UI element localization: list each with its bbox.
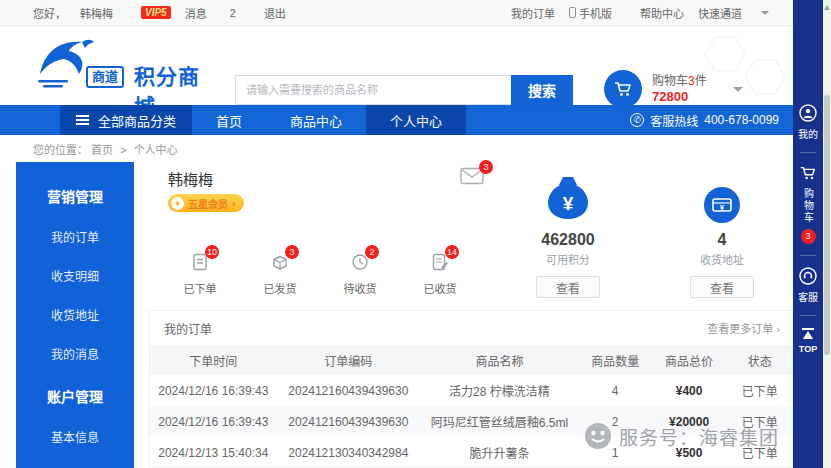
mobile-link[interactable]: 手机版 — [569, 5, 626, 21]
logo-brand-box: 商道 — [86, 66, 124, 88]
cart-circle — [604, 70, 642, 108]
rail-divider — [800, 315, 816, 316]
scrollbar-up-arrow[interactable] — [824, 5, 830, 10]
hamburger-icon — [76, 113, 89, 127]
breadcrumb: 您的位置： 首页 > 个人中心 — [33, 141, 178, 157]
sidebar-group-account: 账户管理 — [16, 386, 134, 406]
headset-icon — [799, 267, 817, 285]
address-count: 4 — [662, 231, 782, 249]
points-label: 可用积分 — [508, 251, 628, 267]
page-scrollbar[interactable] — [823, 0, 831, 468]
wallet-icon: ¥ — [703, 186, 741, 224]
rail-divider — [800, 255, 816, 256]
points-block: ¥ 462800 可用积分 查看 — [508, 172, 628, 298]
search-input[interactable] — [235, 75, 511, 105]
cart-count: 3 — [688, 74, 695, 88]
breadcrumb-current: 个人中心 — [134, 144, 178, 156]
my-orders-card: 我的订单 查看更多订单 › 下单时间 订单编码 商品名称 商品数量 商品总价 状… — [148, 310, 793, 468]
help-center-link[interactable]: 帮助中心 — [640, 5, 684, 21]
ordered-count-badge: 10 — [205, 245, 219, 259]
messages-envelope[interactable]: 3 — [460, 167, 484, 189]
orders-table-header: 下单时间 订单编码 商品名称 商品数量 商品总价 状态 — [149, 345, 792, 375]
sidebar-item-addresses[interactable]: 收货地址 — [16, 306, 134, 323]
cart-points: 72800 — [652, 89, 707, 105]
nav-item-home[interactable]: 首页 — [192, 105, 266, 135]
messages-link[interactable]: 消息 2 — [185, 5, 250, 21]
phone-icon — [569, 7, 576, 18]
nav-item-personal-center[interactable]: 个人中心 — [366, 105, 466, 135]
all-categories-menu[interactable]: 全部商品分类 — [60, 105, 192, 135]
received-count-badge: 14 — [445, 245, 459, 259]
cart-widget[interactable]: 购物车3件 72800 — [604, 70, 743, 108]
rail-item-cart[interactable]: 购物车 3 — [799, 164, 817, 244]
sidebar-group-marketing: 营销管理 — [16, 186, 134, 206]
view-more-orders-link[interactable]: 查看更多订单 › — [707, 320, 780, 336]
sidebar-item-transactions[interactable]: 收支明细 — [16, 267, 134, 284]
sidebar-item-messages[interactable]: 我的消息 — [16, 345, 134, 362]
status-received[interactable]: 14 已收货 — [400, 252, 480, 296]
address-block: ¥ 4 收货地址 查看 — [662, 172, 782, 298]
rail-cart-badge: 3 — [801, 229, 816, 244]
hotline-number: 400-678-0099 — [704, 113, 779, 127]
my-orders-link[interactable]: 我的订单 — [511, 5, 555, 21]
sidebar-item-my-orders[interactable]: 我的订单 — [16, 228, 134, 245]
profile-username: 韩梅梅 — [168, 168, 213, 189]
logout-link[interactable]: 退出 — [264, 5, 286, 21]
sidebar: 营销管理 我的订单 收支明细 收货地址 我的消息 账户管理 基本信息 密码修改 … — [16, 162, 134, 468]
nav-item-products[interactable]: 商品中心 — [266, 105, 366, 135]
points-value: 462800 — [508, 231, 628, 249]
orders-section-title: 我的订单 — [164, 320, 212, 337]
view-address-button[interactable]: 查看 — [690, 276, 754, 298]
table-row[interactable]: 2024/12/16 16:39:43202412160439439630 活力… — [149, 375, 792, 406]
shipped-count-badge: 3 — [285, 245, 299, 259]
top-utility-bar: 您好，韩梅梅 VIP5 消息 2 退出 我的订单 手机版 帮助中心 快速通道 — [0, 0, 831, 26]
breadcrumb-home-link[interactable]: 首页 — [91, 144, 113, 156]
status-pending-receipt[interactable]: 2 待收货 — [320, 252, 400, 296]
search-button[interactable]: 搜索 — [511, 75, 573, 105]
status-shipped[interactable]: 3 已发货 — [240, 252, 320, 296]
username-link[interactable]: 韩梅梅 — [80, 8, 113, 20]
search-box: 搜索 — [235, 75, 573, 105]
svg-text:¥: ¥ — [720, 203, 725, 212]
hotline: ✆ 客服热线 400-678-0099 — [630, 105, 779, 135]
orders-table: 下单时间 订单编码 商品名称 商品数量 商品总价 状态 2024/12/16 1… — [149, 345, 792, 468]
rail-item-my[interactable]: 我的 — [798, 104, 818, 141]
page: 您好，韩梅梅 VIP5 消息 2 退出 我的订单 手机版 帮助中心 快速通道 商… — [0, 0, 831, 468]
cart-icon — [613, 79, 633, 99]
site-logo[interactable]: 商道 积分商城 — [30, 34, 200, 96]
person-circle-icon — [799, 104, 817, 122]
rail-divider — [800, 152, 816, 153]
table-row[interactable]: 2024/12/16 16:39:43202412160439439630 阿玛… — [149, 406, 792, 437]
right-toolbar: 我的 购物车 3 客服 — [793, 0, 823, 468]
money-bag-icon: ¥ — [543, 174, 593, 224]
address-label: 收货地址 — [662, 251, 782, 267]
table-row[interactable]: 2024/12/13 15:40:34202412130340342984 脆升… — [149, 437, 792, 468]
rail-cart-icon — [799, 164, 817, 182]
star-icon: ★ — [171, 197, 184, 210]
sidebar-item-basic-info[interactable]: 基本信息 — [16, 428, 134, 445]
view-points-button[interactable]: 查看 — [536, 276, 600, 298]
svg-text:¥: ¥ — [563, 193, 574, 214]
cart-texts: 购物车3件 72800 — [652, 73, 707, 105]
cart-chevron-down-icon[interactable] — [733, 87, 743, 92]
scrollbar-thumb[interactable] — [824, 95, 830, 355]
order-status-row: 10 已下单 3 已发货 2 待收货 — [160, 252, 480, 296]
quick-channel-link[interactable]: 快速通道 — [698, 5, 769, 21]
back-to-top-icon — [800, 327, 816, 341]
chevron-down-icon — [761, 11, 769, 15]
rail-item-service[interactable]: 客服 — [798, 267, 818, 304]
pending-count-badge: 2 — [365, 245, 379, 259]
vip-badge: VIP5 — [141, 6, 171, 19]
message-count-badge: 3 — [479, 160, 493, 174]
rail-item-back-to-top[interactable]: TOP — [799, 327, 817, 354]
status-ordered[interactable]: 10 已下单 — [160, 252, 240, 296]
header: 商道 积分商城 搜索 购物车3件 72800 — [0, 26, 831, 105]
greeting-text: 您好，韩梅梅 — [33, 5, 127, 21]
phone-hotline-icon: ✆ — [630, 113, 644, 127]
main-nav: 全部商品分类 首页 商品中心 个人中心 ✆ 客服热线 400-678-0099 — [0, 105, 831, 135]
member-level-badge[interactable]: ★ 五星会员 › — [168, 194, 244, 212]
